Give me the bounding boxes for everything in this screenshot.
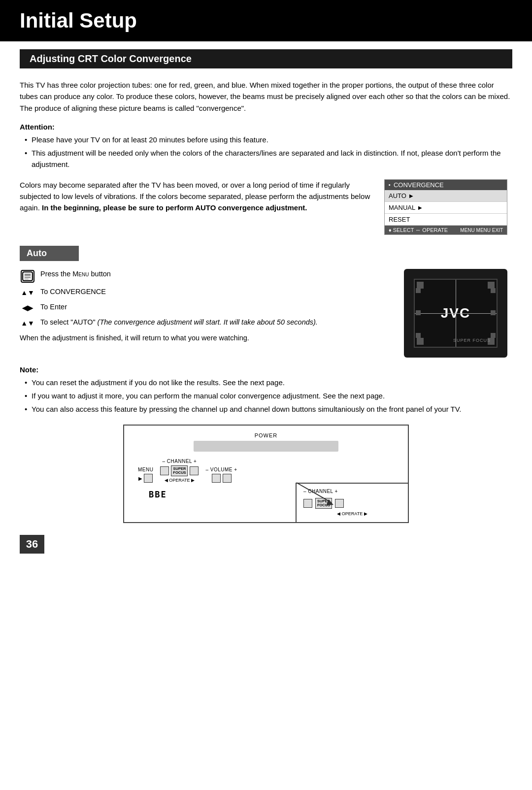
step-3: ◀▶ To Enter (20, 302, 394, 313)
section-header: Adjusting CRT Color Convergence (20, 49, 512, 68)
step-2-text: To CONVERGENCE (40, 287, 394, 297)
menu-icon-square: ▪ (389, 182, 391, 188)
step-3-text: To Enter (40, 302, 394, 313)
menu-item-manual: MANUAL▶ (385, 202, 507, 214)
jvc-screen: JVC SUPER FOCUS (414, 279, 498, 348)
menu-control: MENU ▶ (138, 467, 153, 483)
side-mark (491, 333, 496, 338)
menu-arrow-icon: ▶ (138, 476, 142, 481)
svg-rect-0 (23, 272, 33, 281)
operate-diag-label: ◀ OPERATE ▶ (165, 478, 195, 483)
crosshair-vertical (456, 280, 456, 347)
volume-diag-label: – VOLUME + (205, 467, 237, 472)
attention-list: Please have your TV on for at least 20 m… (20, 134, 512, 170)
mid-text: Colors may become separated after the TV… (20, 179, 370, 214)
menu-button-icon (21, 270, 34, 283)
step-4: ▲▼ To select "AUTO" (The convergence adj… (20, 317, 394, 329)
front-panel-diagram: POWER MENU ▶ – CHANNEL + (20, 425, 512, 523)
updown-arrow-icon: ▲▼ (21, 288, 34, 298)
step-1-icon (20, 269, 35, 283)
menu-footer-right: MENU MENU EXIT (460, 227, 503, 233)
channel-control: – CHANNEL + SUPERFOCUS ◀ OPERATE ▶ (160, 459, 199, 483)
power-bar (194, 441, 339, 452)
note-label: Note: (20, 365, 512, 374)
leftright-arrow-icon: ◀▶ (22, 303, 33, 313)
note-list: You can reset the adjustment if you do n… (20, 377, 512, 415)
operate-left-arrow-icon: ◀ (165, 478, 168, 483)
svg-rect-2 (25, 277, 31, 278)
bottom-channel-plus (335, 499, 344, 508)
step-2-icon: ▲▼ (20, 287, 35, 298)
step-4-text: To select "AUTO" (The convergence adjust… (40, 317, 394, 328)
step-1-text: Press the Menu button (40, 269, 394, 280)
menu-item-auto: AUTO▶ (385, 190, 507, 202)
menu-item-reset: RESET (385, 214, 507, 226)
menu-btn (144, 474, 153, 483)
bottom-operate-label: ◀ OPERATE ▶ (303, 511, 401, 516)
menu-footer-left: ♦ SELECT ↔ OPERATE (389, 227, 448, 233)
vol-minus-btn (212, 474, 221, 483)
step-4-icon: ▲▼ (20, 317, 35, 329)
power-label: POWER (134, 432, 398, 438)
bottom-panel: – CHANNEL + SUPERFOCUS ◀ OPERATE ▶ (296, 483, 409, 523)
menu-footer: ♦ SELECT ↔ OPERATE MENU MENU EXIT (385, 226, 507, 234)
bottom-operate-left-icon: ◀ (337, 511, 340, 516)
volume-control: – VOLUME + (205, 467, 237, 483)
attention-item-2: This adjustment will be needed only when… (25, 147, 512, 170)
note-item-3: You can also access this feature by pres… (25, 403, 512, 415)
bottom-btns-row: SUPERFOCUS (303, 498, 401, 509)
note-item-2: If you want to adjust it more, you can p… (25, 390, 512, 401)
svg-rect-3 (25, 279, 29, 279)
when-text: When the adjustment is finished, it will… (20, 332, 394, 343)
step-2: ▲▼ To CONVERGENCE (20, 287, 394, 298)
super-focus-label: SUPER FOCUS (453, 338, 491, 343)
intro-text: This TV has three color projection tubes… (20, 79, 512, 114)
bottom-operate-right-icon: ▶ (364, 511, 367, 516)
side-marks-left (415, 280, 422, 347)
auto-section-header: Auto (20, 246, 79, 261)
channel-diag-label: – CHANNEL + (163, 459, 197, 464)
step-3-icon: ◀▶ (20, 302, 35, 313)
attention-label: Attention: (20, 123, 512, 131)
convergence-menu: ▪ CONVERGENCE AUTO▶ MANUAL▶ RESET ♦ SELE… (384, 179, 507, 235)
channel-minus-btn (160, 466, 169, 475)
side-mark (416, 310, 421, 315)
operate-right-arrow-icon: ▶ (191, 478, 195, 483)
bottom-channel-minus (303, 499, 312, 508)
side-mark (491, 288, 496, 293)
step-1: Press the Menu button (20, 269, 394, 283)
bottom-super-focus-btn: SUPERFOCUS (315, 498, 332, 509)
updown-arrow-2-icon: ▲▼ (21, 318, 34, 329)
side-mark (491, 310, 496, 315)
page-number: 36 (20, 535, 44, 554)
channel-plus-btn (190, 466, 199, 475)
menu-title: ▪ CONVERGENCE (385, 180, 507, 190)
side-mark (416, 333, 421, 338)
menu-diag-label: MENU (138, 467, 153, 472)
side-marks-right (490, 280, 497, 347)
vol-plus-btn (223, 474, 232, 483)
super-focus-btn: SUPERFOCUS (171, 465, 188, 476)
mid-text-bold: In the beginning, please be sure to perf… (42, 203, 307, 212)
svg-rect-1 (25, 274, 31, 276)
side-mark (416, 288, 421, 293)
jvc-tv-image: JVC SUPER FOCUS (404, 269, 507, 358)
note-item-1: You can reset the adjustment if you do n… (25, 377, 512, 388)
bottom-channel-label: – CHANNEL + (303, 489, 401, 494)
attention-item-1: Please have your TV on for at least 20 m… (25, 134, 512, 145)
page-title: Initial Setup (0, 0, 532, 41)
